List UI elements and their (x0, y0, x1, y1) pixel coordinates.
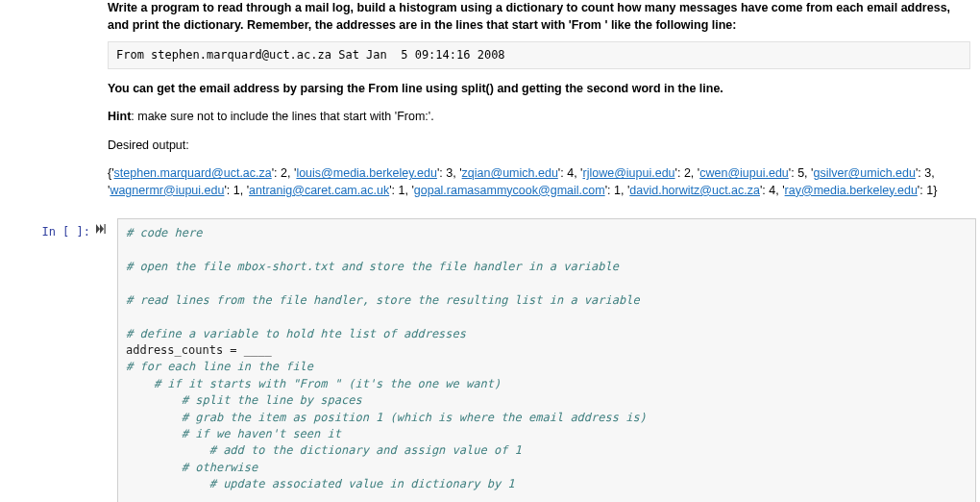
code-line: # if it starts with "From " (it's the on… (126, 377, 501, 390)
desired-output-label: Desired output: (108, 138, 970, 155)
hint-line: Hint: make sure not to include the lines… (108, 109, 970, 126)
code-line: # grab the item as position 1 (which is … (126, 411, 647, 424)
code-line: # code here (126, 226, 202, 239)
code-line: # otherwise (126, 461, 257, 474)
run-cell-icon[interactable] (96, 224, 107, 238)
run-column (96, 218, 117, 238)
sample-from-line: From stephen.marquard@uct.ac.za Sat Jan … (108, 41, 970, 69)
email-link[interactable]: zqian@umich.edu (462, 166, 558, 180)
email-link[interactable]: rjlowe@iupui.edu (582, 166, 674, 180)
email-link[interactable]: gopal.ramasammycook@gmail.com (414, 184, 605, 197)
hint-text: : make sure not to include the lines tha… (131, 110, 433, 123)
code-line: # split the line by spaces (126, 393, 362, 407)
code-line: address_counts = ____ (126, 343, 272, 357)
svg-rect-0 (105, 224, 106, 234)
email-link[interactable]: cwen@iupui.edu (699, 166, 789, 180)
email-link[interactable]: antranig@caret.cam.ac.uk (249, 184, 389, 197)
desired-output-dict: {'stephen.marquard@uct.ac.za': 2, 'louis… (108, 165, 970, 199)
code-line: # update associated value in dictionary … (126, 477, 515, 490)
code-line: # open the file mbox-short.txt and store… (126, 260, 619, 273)
code-line: # read lines from the file handler, stor… (126, 293, 640, 307)
code-line: # add to the dictionary and assign value… (126, 443, 522, 457)
input-prompt: In [ ]: (0, 218, 96, 240)
code-line: # for each line in the file (126, 360, 313, 373)
email-link[interactable]: ray@media.berkeley.edu (785, 184, 918, 197)
email-link[interactable]: louis@media.berkeley.edu (296, 166, 437, 180)
instruction-text: Write a program to read through a mail l… (108, 1, 950, 32)
code-input-area[interactable]: # code here # open the file mbox-short.t… (117, 218, 976, 502)
code-line: # if we haven't seen it (126, 427, 341, 440)
hint-label: Hint (108, 110, 131, 123)
email-link[interactable]: gsilver@umich.edu (813, 166, 915, 180)
parse-instruction: You can get the email address by parsing… (108, 82, 723, 95)
code-line: # define a variable to hold hte list of … (126, 327, 466, 340)
code-cell: In [ ]: # code here # open the file mbox… (0, 214, 980, 502)
email-link[interactable]: wagnermr@iupui.edu (110, 184, 224, 197)
email-link[interactable]: stephen.marquard@uct.ac.za (114, 166, 272, 180)
markdown-cell: Write a program to read through a mail l… (0, 0, 980, 214)
email-link[interactable]: david.horwitz@uct.ac.za (629, 184, 760, 197)
